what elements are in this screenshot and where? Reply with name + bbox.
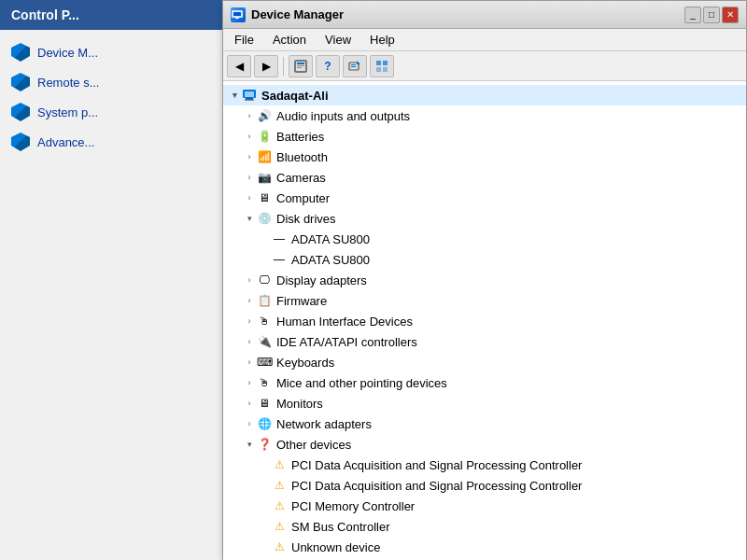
control-panel-item-3[interactable]: Advance... — [0, 127, 223, 157]
help-button[interactable]: ? — [316, 55, 340, 77]
control-panel-item-0[interactable]: Device M... — [0, 37, 223, 67]
tree-item[interactable]: ›🔊Audio inputs and outputs — [223, 105, 746, 126]
properties-button[interactable] — [289, 55, 313, 77]
menu-action[interactable]: Action — [265, 31, 314, 49]
shield-icon — [11, 103, 30, 121]
item-expander: › — [242, 170, 257, 185]
device-icon: 🌐 — [257, 416, 272, 431]
title-bar: Device Manager _ □ ✕ — [223, 1, 746, 29]
properties-icon — [294, 60, 307, 73]
svg-rect-17 — [245, 100, 254, 101]
maximize-button[interactable]: □ — [703, 7, 720, 23]
svg-rect-13 — [383, 67, 388, 72]
device-icon: 🖵 — [257, 273, 272, 287]
svg-rect-8 — [351, 64, 356, 65]
device-icon: 🔌 — [257, 334, 272, 349]
toolbar: ◀ ▶ ? — [223, 51, 746, 81]
toolbar-separator-1 — [283, 57, 284, 76]
item-expander: ▾ — [242, 437, 257, 452]
item-expander — [257, 478, 272, 493]
tree-item[interactable]: —ADATA SU800 — [223, 249, 746, 270]
device-label: Disk drives — [276, 212, 336, 226]
tree-item[interactable]: ▾❓Other devices — [223, 434, 746, 455]
forward-button[interactable]: ▶ — [254, 55, 278, 77]
shield-icon — [11, 133, 30, 151]
device-label: Audio inputs and outputs — [276, 109, 410, 123]
svg-rect-9 — [351, 66, 356, 67]
tree-item[interactable]: ▾💿Disk drives — [223, 208, 746, 229]
menu-view[interactable]: View — [317, 31, 359, 49]
control-panel-item-2[interactable]: System p... — [0, 97, 223, 127]
device-icon: ⚠ — [272, 519, 287, 534]
tree-item[interactable]: ›🔌IDE ATA/ATAPI controllers — [223, 331, 746, 352]
device-icon: ⚠ — [272, 457, 287, 472]
tree-item[interactable]: ›🔋Batteries — [223, 126, 746, 147]
item-expander: › — [242, 396, 257, 411]
window-controls: _ □ ✕ — [684, 7, 739, 23]
tree-item[interactable]: —ADATA SU800 — [223, 229, 746, 249]
minimize-button[interactable]: _ — [684, 7, 701, 23]
device-icon: ❓ — [257, 437, 272, 452]
device-icon: — — [272, 231, 287, 246]
tree-item[interactable]: ⚠SM Bus Controller — [223, 516, 746, 537]
device-label: Display adapters — [276, 273, 367, 287]
device-icon: 🔋 — [257, 129, 272, 144]
scan-button[interactable] — [343, 55, 367, 77]
window-icon — [231, 7, 246, 22]
panel-item-label: Device M... — [37, 46, 98, 60]
device-label: Computer — [276, 191, 330, 205]
item-expander: › — [242, 416, 257, 431]
device-label: Cameras — [276, 171, 326, 185]
item-expander — [257, 231, 272, 246]
tree-item[interactable]: ›🌐Network adapters — [223, 413, 746, 434]
device-icon: 🖱 — [257, 375, 272, 390]
device-label: Other devices — [276, 438, 351, 452]
tree-item[interactable]: ›🖱Human Interface Devices — [223, 311, 746, 331]
item-expander — [257, 457, 272, 472]
item-expander — [257, 519, 272, 534]
menu-bar: File Action View Help — [223, 29, 746, 51]
tree-item[interactable]: ›🖥Computer — [223, 188, 746, 208]
item-expander: › — [242, 190, 257, 205]
tree-item[interactable]: ⚠PCI Data Acquisition and Signal Process… — [223, 475, 746, 496]
tree-root[interactable]: ▾ Sadaqat-Ali — [223, 85, 746, 105]
item-expander: › — [242, 375, 257, 390]
device-tree[interactable]: ▾ Sadaqat-Ali›🔊Audio inputs and outputs›… — [223, 81, 746, 560]
svg-rect-6 — [297, 67, 302, 68]
device-label: Firmware — [276, 294, 327, 308]
device-icon: 🖥 — [257, 396, 272, 411]
panel-item-label: System p... — [37, 105, 98, 119]
item-expander: › — [242, 293, 257, 308]
tree-item[interactable]: ⚠PCI Memory Controller — [223, 496, 746, 516]
item-expander: › — [242, 149, 257, 164]
root-computer-icon — [242, 88, 257, 103]
tree-item[interactable]: ›🖵Display adapters — [223, 270, 746, 290]
svg-rect-11 — [383, 61, 388, 65]
tree-item[interactable]: ⚠PCI Data Acquisition and Signal Process… — [223, 455, 746, 475]
item-expander — [257, 539, 272, 554]
control-panel-item-1[interactable]: Remote s... — [0, 67, 223, 97]
tree-item[interactable]: ›📷Cameras — [223, 167, 746, 188]
tree-item[interactable]: ›📶Bluetooth — [223, 147, 746, 167]
back-button[interactable]: ◀ — [227, 55, 251, 77]
menu-help[interactable]: Help — [362, 31, 402, 49]
tree-item[interactable]: ›⌨Keyboards — [223, 352, 746, 372]
device-icon: ⚠ — [272, 539, 287, 554]
item-expander: › — [242, 108, 257, 123]
device-label: Mice and other pointing devices — [276, 376, 447, 390]
device-icon: ⚠ — [272, 478, 287, 493]
tree-item[interactable]: ⚠Unknown device — [223, 537, 746, 557]
device-label: Human Interface Devices — [276, 315, 413, 329]
tree-item[interactable]: ›🖥Monitors — [223, 393, 746, 413]
tree-item[interactable]: ›📋Firmware — [223, 290, 746, 311]
close-button[interactable]: ✕ — [722, 7, 739, 23]
device-manager-window: Device Manager _ □ ✕ File Action View He… — [222, 0, 747, 560]
view-button[interactable] — [370, 55, 394, 77]
tree-item[interactable]: ›🖱Mice and other pointing devices — [223, 372, 746, 393]
device-icon: — — [272, 252, 287, 267]
device-icon: 🖱 — [257, 314, 272, 329]
root-label: Sadaqat-Ali — [261, 89, 329, 103]
device-label: Unknown device — [291, 540, 380, 554]
menu-file[interactable]: File — [227, 31, 261, 49]
item-expander — [257, 498, 272, 513]
